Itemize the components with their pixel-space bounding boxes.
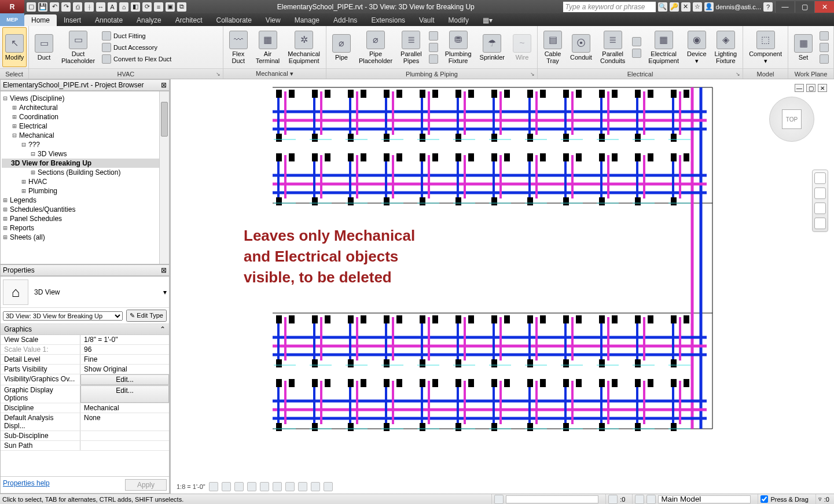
3d-icon[interactable]: ⌂ (119, 2, 128, 12)
tab-architect[interactable]: Architect (168, 14, 210, 26)
pipe-accessory-button[interactable] (427, 42, 440, 53)
tree-item[interactable]: ⊞HVAC (2, 177, 168, 186)
exclude-icon[interactable] (646, 495, 656, 504)
apply-button[interactable]: Apply (125, 479, 167, 491)
pan-icon[interactable] (814, 187, 826, 199)
press-drag-checkbox[interactable] (760, 495, 768, 503)
property-row[interactable]: View Scale1/8" = 1'-0" (1, 335, 169, 345)
view-close-icon[interactable]: ✕ (818, 84, 827, 92)
tab-home[interactable]: Home (24, 14, 57, 26)
reveal-hidden-icon[interactable] (324, 482, 333, 491)
tab-collaborate[interactable]: Collaborate (209, 14, 258, 26)
parallel-conduits-button[interactable]: ≣ParallelConduits (597, 27, 629, 67)
user-icon[interactable]: 👤 (704, 2, 714, 12)
temp-hide-icon[interactable] (311, 482, 320, 491)
design-options-icon[interactable] (608, 495, 618, 504)
help-icon[interactable]: ? (763, 2, 773, 12)
electrical-equipment-button[interactable]: ▦ElectricalEquipment (645, 27, 682, 67)
zoom-icon[interactable] (814, 203, 826, 214)
viewcube-top-face[interactable]: TOP (782, 109, 802, 129)
section-icon[interactable]: ◧ (131, 2, 140, 12)
view-max-icon[interactable]: ▢ (806, 84, 815, 92)
property-row[interactable]: Graphic Display OptionsEdit... (1, 385, 169, 403)
key-icon[interactable]: 🔑 (670, 2, 679, 12)
duct-placeholder-button[interactable]: ▭DuctPlaceholder (58, 27, 98, 67)
minimize-button[interactable]: — (775, 1, 795, 13)
property-row[interactable]: DisciplineMechanical (1, 403, 169, 413)
pipe-fitting-button[interactable] (427, 30, 440, 42)
main-model-input[interactable] (658, 495, 751, 503)
conduit-fitting-button[interactable] (630, 47, 644, 59)
show-workplane-button[interactable] (817, 30, 831, 42)
view-min-icon[interactable]: — (795, 84, 804, 92)
tree-item[interactable]: 3D View for Breaking Up (2, 159, 168, 168)
type-name-dropdown[interactable]: 3D View ▾ (28, 288, 167, 296)
tree-item[interactable]: ⊞Legends (2, 196, 168, 205)
tree-item[interactable]: ⊞Plumbing (2, 186, 168, 196)
tab-analyze[interactable]: Analyze (130, 14, 168, 26)
tree-item[interactable]: ⊞Sections (Building Section) (2, 168, 168, 177)
tree-item[interactable]: ⊟??? (2, 140, 168, 149)
binoculars-icon[interactable]: 🔍 (658, 2, 667, 12)
modify-button[interactable]: ↖Modify (2, 27, 27, 67)
maximize-button[interactable]: ▢ (795, 1, 814, 13)
save-icon[interactable]: 💾 (38, 2, 47, 12)
cable-tray-button[interactable]: ▤CableTray (540, 27, 565, 67)
scale-label[interactable]: 1:8 = 1'-0" (177, 483, 205, 490)
navigation-bar[interactable] (812, 170, 828, 232)
duct-accessory-button[interactable]: Duct Accessory (100, 42, 174, 53)
lock-3d-icon[interactable] (298, 482, 307, 491)
editable-only-icon[interactable] (635, 495, 644, 504)
property-row[interactable]: Scale Value 1:96 (1, 345, 169, 355)
close-panel-icon[interactable]: ⊠ (161, 81, 167, 89)
crop-region-icon[interactable] (285, 482, 295, 491)
sync-icon[interactable]: ⟳ (142, 2, 152, 12)
tree-item[interactable]: ⊞Architectural (2, 103, 168, 112)
properties-help-link[interactable]: Properties help (3, 479, 50, 491)
visual-style-icon[interactable] (222, 482, 231, 491)
undo-icon[interactable]: ↶ (50, 2, 59, 12)
sprinkler-button[interactable]: ☂Sprinkler (476, 27, 508, 67)
drawing-canvas[interactable]: — ▢ ✕ TOP Leaves only Mechanical and Ele… (174, 83, 831, 492)
dimension-icon[interactable]: ↔ (96, 2, 105, 12)
measure-icon[interactable]: ⟊ (84, 2, 94, 12)
viewer-button[interactable] (817, 53, 831, 65)
favorite-icon[interactable]: ☆ (693, 2, 702, 12)
rendering-icon[interactable] (260, 482, 269, 491)
panel-title-mechanical[interactable]: Mechanical ▾ (223, 68, 326, 79)
tab-modify[interactable]: Modify (442, 14, 476, 26)
mech-equipment-button[interactable]: ✲MechanicalEquipment (284, 27, 324, 67)
group-graphics[interactable]: Graphics⌃ (1, 324, 169, 335)
cable-fitting-button[interactable] (630, 36, 644, 47)
duct-fitting-button[interactable]: Duct Fitting (100, 30, 174, 42)
tree-item[interactable]: ⊟3D Views (2, 149, 168, 159)
thin-lines-icon[interactable]: ≡ (154, 2, 163, 12)
duct-button[interactable]: ▭Duct (31, 27, 57, 67)
help-search-input[interactable]: Type a keyword or phrase (563, 2, 656, 12)
tab-vault[interactable]: Vault (412, 14, 441, 26)
tab-insert[interactable]: Insert (57, 14, 88, 26)
pipe-button[interactable]: ⌀Pipe (329, 27, 354, 67)
tree-item[interactable]: ⊟Mechanical (2, 131, 168, 140)
tree-item[interactable]: ⊞Reports (2, 223, 168, 233)
text-icon[interactable]: A (108, 2, 117, 12)
tab-addins[interactable]: Add-Ins (326, 14, 364, 26)
device-button[interactable]: ◉Device▾ (684, 27, 710, 67)
tab-extensions[interactable]: Extensions (364, 14, 412, 26)
sun-path-icon[interactable] (234, 482, 244, 491)
workset-input[interactable] (506, 495, 598, 503)
view-cube[interactable]: TOP (769, 97, 814, 142)
tree-item[interactable]: ⊞Schedules/Quantities (2, 205, 168, 214)
tree-item[interactable]: ⊞Coordination (2, 112, 168, 122)
close-button[interactable]: ✕ (814, 1, 834, 13)
exchange-icon[interactable]: ✕ (681, 2, 690, 12)
close-properties-icon[interactable]: ⊠ (161, 266, 167, 274)
tab-view[interactable]: View (259, 14, 288, 26)
user-label[interactable]: dennis@asti.c... (716, 3, 761, 10)
property-row[interactable]: Parts VisibilityShow Original (1, 365, 169, 374)
open-icon[interactable]: ▢ (27, 2, 36, 12)
flex-duct-button[interactable]: 〰FlexDuct (226, 27, 251, 67)
component-button[interactable]: ⬚Component▾ (745, 27, 785, 67)
switch-window-icon[interactable]: ⧉ (177, 2, 186, 12)
instance-selector[interactable]: 3D View: 3D View for Breaking Up (3, 311, 123, 321)
